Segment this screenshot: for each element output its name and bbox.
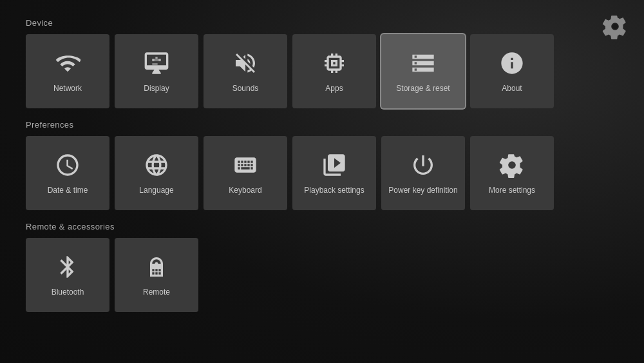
globe-icon bbox=[142, 151, 171, 179]
power-key-label: Power key definition bbox=[388, 186, 457, 195]
power-key-tile[interactable]: Power key definition bbox=[381, 136, 465, 210]
remote-section-label: Remote & accessories bbox=[26, 222, 618, 231]
apps-tile[interactable]: Apps bbox=[292, 34, 376, 108]
storage-reset-tile[interactable]: Storage & reset bbox=[381, 34, 465, 108]
gear-button[interactable] bbox=[600, 12, 630, 41]
gear-icon bbox=[602, 14, 628, 39]
preferences-section: Preferences Date & time Language bbox=[26, 120, 618, 210]
more-settings-tile[interactable]: More settings bbox=[470, 136, 554, 210]
bluetooth-label: Bluetooth bbox=[52, 288, 84, 297]
gear2-icon bbox=[498, 151, 526, 179]
display-icon bbox=[142, 49, 171, 77]
info-icon bbox=[498, 49, 526, 77]
keyboard-label: Keyboard bbox=[229, 186, 261, 195]
wifi-icon bbox=[53, 49, 82, 77]
storage-icon bbox=[409, 49, 437, 77]
language-label: Language bbox=[139, 186, 173, 195]
playback-tile[interactable]: Playback settings bbox=[292, 136, 376, 210]
display-tile[interactable]: Display bbox=[115, 34, 198, 108]
keyboard-icon bbox=[231, 151, 260, 179]
network-label: Network bbox=[53, 84, 82, 93]
apps-label: Apps bbox=[325, 84, 343, 93]
remote-label: Remote bbox=[143, 288, 170, 297]
preferences-tiles-row: Date & time Language Keyboard bbox=[26, 136, 618, 210]
power-icon bbox=[409, 151, 437, 179]
sounds-label: Sounds bbox=[232, 84, 259, 93]
svg-point-0 bbox=[612, 24, 618, 29]
main-content: Device Network Display So bbox=[0, 0, 644, 325]
apps-icon bbox=[320, 49, 348, 77]
remote-tile[interactable]: Remote bbox=[115, 238, 198, 312]
about-label: About bbox=[502, 84, 522, 93]
remote-tiles-row: Bluetooth Remote bbox=[26, 238, 618, 312]
display-label: Display bbox=[144, 84, 169, 93]
date-time-label: Date & time bbox=[48, 186, 88, 195]
bluetooth-tile[interactable]: Bluetooth bbox=[26, 238, 109, 312]
storage-reset-label: Storage & reset bbox=[396, 84, 450, 93]
device-section-label: Device bbox=[26, 18, 618, 28]
remote-icon bbox=[142, 253, 171, 281]
playback-label: Playback settings bbox=[304, 186, 364, 195]
playback-icon bbox=[320, 151, 348, 179]
about-tile[interactable]: About bbox=[470, 34, 554, 108]
clock-icon bbox=[53, 151, 82, 179]
bluetooth-icon bbox=[53, 253, 82, 281]
network-tile[interactable]: Network bbox=[26, 34, 109, 108]
sounds-icon bbox=[231, 49, 260, 77]
keyboard-tile[interactable]: Keyboard bbox=[204, 136, 287, 210]
date-time-tile[interactable]: Date & time bbox=[26, 136, 109, 210]
remote-section: Remote & accessories Bluetooth Remote bbox=[26, 222, 618, 312]
preferences-section-label: Preferences bbox=[26, 120, 618, 130]
device-section: Device Network Display So bbox=[26, 18, 618, 108]
more-settings-label: More settings bbox=[489, 186, 535, 195]
language-tile[interactable]: Language bbox=[115, 136, 198, 210]
sounds-tile[interactable]: Sounds bbox=[204, 34, 287, 108]
device-tiles-row: Network Display Sounds bbox=[26, 34, 618, 108]
